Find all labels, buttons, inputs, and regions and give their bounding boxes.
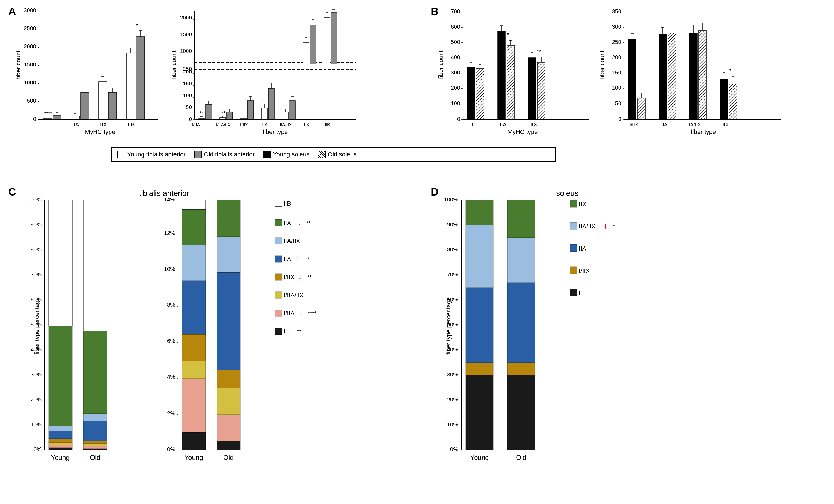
legend-old-sol: Old soleus bbox=[318, 151, 357, 158]
svg-rect-87 bbox=[261, 108, 267, 119]
panel-d-svg: 0% 10% 20% 30% 40% 50% 60% 70% 80% 90% 1… bbox=[434, 194, 684, 486]
svg-rect-297 bbox=[275, 256, 282, 262]
svg-text:10%: 10% bbox=[30, 421, 42, 428]
svg-rect-244 bbox=[83, 444, 107, 446]
legend-label-old-sol: Old soleus bbox=[328, 151, 357, 158]
svg-text:****: **** bbox=[308, 310, 316, 317]
svg-rect-234 bbox=[49, 448, 72, 450]
svg-text:fiber type: fiber type bbox=[691, 128, 716, 135]
svg-rect-82 bbox=[240, 119, 247, 119]
svg-text:4%: 4% bbox=[167, 374, 175, 380]
legend-swatch-young-ta bbox=[117, 151, 125, 158]
svg-text:IIA/IIX: IIA/IIX bbox=[280, 122, 292, 127]
svg-rect-341 bbox=[466, 375, 493, 450]
svg-text:MyHC type: MyHC type bbox=[85, 128, 115, 135]
svg-text:IIX: IIX bbox=[304, 122, 309, 127]
panel-c-label: C bbox=[8, 186, 16, 198]
svg-text:200: 200 bbox=[612, 54, 621, 60]
svg-rect-277 bbox=[182, 281, 206, 334]
svg-text:I/IIX: I/IIX bbox=[240, 122, 248, 127]
svg-text:**: ** bbox=[306, 220, 311, 226]
svg-rect-301 bbox=[275, 274, 282, 280]
svg-text:0: 0 bbox=[618, 116, 621, 122]
panel-a-left-ylabel: fiber count bbox=[15, 50, 22, 79]
svg-text:IIX: IIX bbox=[723, 122, 729, 128]
svg-rect-240 bbox=[49, 326, 72, 426]
panel-c-left-stacked: 0% 10% 20% 30% 40% 50% 60% 70% 80% 90% 1… bbox=[22, 194, 139, 486]
svg-text:6%: 6% bbox=[167, 338, 175, 344]
svg-rect-347 bbox=[507, 363, 535, 375]
svg-rect-351 bbox=[570, 200, 577, 207]
svg-text:100: 100 bbox=[612, 85, 621, 91]
svg-text:150: 150 bbox=[183, 81, 192, 86]
svg-text:I/IIA/IIX: I/IIA/IIX bbox=[216, 122, 231, 127]
svg-text:↓: ↓ bbox=[604, 222, 608, 230]
svg-rect-307 bbox=[275, 310, 282, 317]
svg-text:IIA: IIA bbox=[579, 245, 586, 252]
svg-text:0%: 0% bbox=[450, 446, 458, 452]
svg-rect-282 bbox=[217, 415, 240, 441]
svg-text:IIA/IIX: IIA/IIX bbox=[579, 223, 595, 230]
svg-text:1000: 1000 bbox=[24, 79, 37, 86]
svg-text:2000: 2000 bbox=[24, 43, 37, 49]
svg-text:90%: 90% bbox=[30, 222, 42, 228]
svg-text:I/IIA: I/IIA bbox=[192, 122, 200, 127]
svg-rect-279 bbox=[182, 209, 206, 245]
panel-b-right-chart: 0 50 100 150 200 250 300 350 bbox=[600, 5, 790, 139]
svg-text:I: I bbox=[284, 328, 285, 335]
legend-swatch-old-sol bbox=[318, 151, 326, 158]
panel-b-left-svg: 0 100 200 300 400 500 600 700 bbox=[439, 5, 595, 139]
panel-b-left-chart: 0 100 200 300 400 500 600 700 bbox=[439, 5, 595, 139]
panel-a-right-chart: 0 50 100 150 200 250 1000 1500 2000 bbox=[172, 5, 361, 139]
panel-a-label: A bbox=[8, 5, 16, 18]
svg-text:Old: Old bbox=[223, 454, 234, 461]
svg-rect-90 bbox=[268, 88, 275, 119]
svg-text:Young: Young bbox=[470, 454, 489, 461]
svg-rect-273 bbox=[182, 432, 206, 450]
legend-label-old-ta: Old tibialis anterior bbox=[204, 151, 255, 158]
svg-rect-278 bbox=[182, 245, 206, 281]
svg-text:Old: Old bbox=[516, 454, 526, 461]
svg-rect-139 bbox=[476, 68, 484, 119]
svg-text:IIA/IIX: IIA/IIX bbox=[284, 237, 300, 245]
svg-text:30%: 30% bbox=[30, 371, 42, 377]
panel-c-right-svg: 0% 2% 4% 6% 8% 10% 12% 14% bbox=[156, 194, 361, 486]
svg-rect-21 bbox=[71, 116, 79, 119]
legend-box: Young tibialis anterior Old tibialis ant… bbox=[111, 147, 556, 162]
svg-text:20%: 20% bbox=[30, 396, 42, 403]
svg-rect-346 bbox=[507, 375, 535, 450]
svg-text:90%: 90% bbox=[447, 222, 458, 228]
svg-text:I: I bbox=[47, 121, 49, 128]
svg-text:14%: 14% bbox=[164, 197, 175, 203]
panel-a-right-svg: 0 50 100 150 200 250 1000 1500 2000 bbox=[172, 5, 361, 139]
legend-swatch-young-sol bbox=[263, 151, 271, 158]
svg-rect-151 bbox=[528, 58, 536, 119]
svg-rect-276 bbox=[182, 334, 206, 361]
svg-text:30%: 30% bbox=[447, 371, 458, 377]
svg-text:50: 50 bbox=[186, 104, 192, 110]
svg-text:400: 400 bbox=[451, 54, 460, 60]
svg-text:↓: ↓ bbox=[298, 273, 302, 281]
legend-young-ta: Young tibialis anterior bbox=[117, 151, 186, 158]
svg-rect-74 bbox=[220, 117, 226, 119]
svg-text:IIX: IIX bbox=[100, 121, 107, 128]
svg-text:*: * bbox=[613, 223, 615, 229]
svg-text:I/IIA: I/IIA bbox=[284, 310, 294, 317]
svg-rect-238 bbox=[49, 431, 72, 439]
svg-text:Old: Old bbox=[90, 454, 100, 461]
svg-text:IIA: IIA bbox=[284, 256, 291, 262]
svg-rect-235 bbox=[49, 445, 72, 448]
svg-text:0: 0 bbox=[33, 116, 36, 122]
svg-text:**: ** bbox=[305, 256, 309, 262]
svg-text:IIA: IIA bbox=[72, 121, 79, 128]
svg-text:I: I bbox=[472, 121, 474, 128]
svg-text:IIA: IIA bbox=[262, 122, 268, 127]
svg-text:*: * bbox=[507, 31, 509, 38]
svg-text:1500: 1500 bbox=[180, 31, 192, 37]
legend-label-young-sol: Young soleus bbox=[273, 151, 309, 158]
svg-rect-69 bbox=[206, 105, 212, 119]
svg-text:150: 150 bbox=[612, 69, 621, 75]
svg-rect-344 bbox=[466, 225, 493, 288]
svg-text:I/IIX: I/IIX bbox=[629, 122, 638, 128]
panel-c-right-stacked: 0% 2% 4% 6% 8% 10% 12% 14% bbox=[156, 194, 361, 486]
